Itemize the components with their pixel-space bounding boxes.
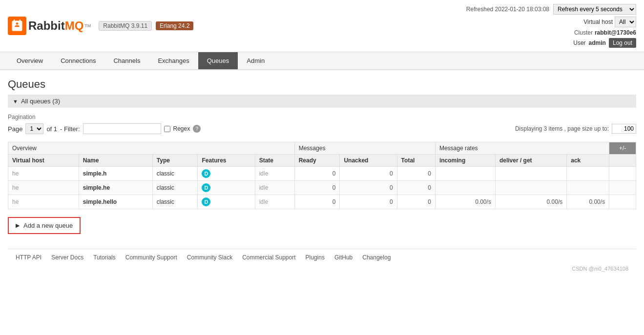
- group-header-row: Overview Messages Message rates +/-: [8, 142, 636, 155]
- logout-button[interactable]: Log out: [609, 38, 636, 48]
- cell-name[interactable]: simple.hello: [79, 195, 152, 209]
- displaying-text: Displaying 3 items , page size up to:: [515, 125, 609, 132]
- table-row[interactable]: he simple.he classic D idle 0 0 0: [8, 181, 636, 195]
- footer-link[interactable]: Tutorials: [93, 254, 116, 261]
- user-row: User admin Log out: [573, 38, 636, 48]
- col-extra: [609, 155, 636, 167]
- cell-state: idle: [255, 195, 294, 209]
- pagination-section: Pagination Page 1 of 1 - Filter: Regex ?…: [8, 114, 636, 134]
- version-badge: RabbitMQ 3.9.11: [99, 21, 152, 31]
- cell-ready: 0: [294, 181, 340, 195]
- group-messages-header: Messages: [294, 142, 435, 155]
- help-button[interactable]: ?: [193, 125, 201, 133]
- cell-ready: 0: [294, 167, 340, 181]
- cluster-row: Cluster rabbit@1730e6: [574, 29, 636, 36]
- add-queue-arrow-icon: ▶: [16, 222, 20, 229]
- cell-type: classic: [152, 181, 198, 195]
- cell-total: 0: [397, 195, 435, 209]
- cell-name[interactable]: simple.he: [79, 181, 152, 195]
- cluster-label: Cluster: [574, 29, 593, 36]
- cell-extra: [609, 167, 636, 181]
- cell-features: D: [198, 167, 255, 181]
- nav-admin[interactable]: Admin: [238, 52, 273, 69]
- footer-link[interactable]: Plugins: [306, 254, 325, 261]
- pagination-row: Page 1 of 1 - Filter: Regex ? Displaying…: [8, 123, 636, 134]
- cluster-name: rabbit@1730e6: [595, 29, 636, 36]
- username: admin: [589, 39, 606, 46]
- cell-name[interactable]: simple.h: [79, 167, 152, 181]
- footer-link[interactable]: HTTP API: [16, 254, 42, 261]
- erlang-badge: Erlang 24.2: [156, 21, 193, 30]
- cell-type: classic: [152, 195, 198, 209]
- top-header: RabbitMQTM RabbitMQ 3.9.11 Erlang 24.2 R…: [0, 0, 644, 52]
- nav-channels[interactable]: Channels: [104, 52, 149, 69]
- refresh-row: Refreshed 2022-01-20 18:03:08 Refresh ev…: [466, 4, 636, 15]
- logo: RabbitMQTM: [8, 17, 91, 35]
- cell-ack: [567, 181, 609, 195]
- col-name: Name: [79, 155, 152, 167]
- col-incoming: incoming: [435, 155, 495, 167]
- page-label: Page: [8, 125, 22, 133]
- footer-link[interactable]: GitHub: [334, 254, 353, 261]
- regex-label: Regex: [173, 125, 190, 132]
- queues-table: Overview Messages Message rates +/- Virt…: [8, 142, 636, 209]
- logo-rabbit-text: Rabbit: [28, 19, 65, 33]
- cell-unacked: 0: [340, 195, 397, 209]
- cell-extra: [609, 181, 636, 195]
- footer-link[interactable]: Community Slack: [187, 254, 232, 261]
- cell-state: idle: [255, 181, 294, 195]
- col-state: State: [255, 155, 294, 167]
- cell-ack: [567, 167, 609, 181]
- col-type: Type: [152, 155, 198, 167]
- page-title: Queues: [8, 78, 636, 91]
- pagination-label: Pagination: [8, 114, 636, 120]
- footer-link[interactable]: Server Docs: [51, 254, 83, 261]
- nav-connections[interactable]: Connections: [52, 52, 104, 69]
- footer-link[interactable]: Changelog: [362, 254, 391, 261]
- cell-ready: 0: [294, 195, 340, 209]
- all-queues-header[interactable]: ▼ All queues (3): [8, 95, 636, 108]
- cell-deliver-get: [495, 167, 566, 181]
- vhost-select[interactable]: All /: [615, 17, 636, 27]
- cell-total: 0: [397, 181, 435, 195]
- cell-unacked: 0: [340, 167, 397, 181]
- nav-exchanges[interactable]: Exchanges: [149, 52, 198, 69]
- refresh-select[interactable]: Refresh every 5 seconds Refresh every 10…: [553, 4, 636, 15]
- arrow-down-icon: ▼: [13, 99, 18, 104]
- filter-input[interactable]: [83, 123, 161, 134]
- table-row[interactable]: he simple.h classic D idle 0 0 0: [8, 167, 636, 181]
- plus-minus-button[interactable]: +/-: [609, 142, 636, 155]
- footer-link[interactable]: Community Support: [125, 254, 177, 261]
- refreshed-text: Refreshed 2022-01-20 18:03:08: [466, 6, 549, 13]
- rabbit-icon: [8, 17, 26, 35]
- page-size-input[interactable]: [612, 124, 636, 134]
- cell-unacked: 0: [340, 181, 397, 195]
- col-ack: ack: [567, 155, 609, 167]
- top-right: Refreshed 2022-01-20 18:03:08 Refresh ev…: [466, 4, 636, 48]
- footer-credit: CSDN @m0_47634108: [8, 266, 636, 275]
- nav-overview[interactable]: Overview: [8, 52, 52, 69]
- nav-queues[interactable]: Queues: [198, 52, 238, 69]
- cell-total: 0: [397, 167, 435, 181]
- col-ready: Ready: [294, 155, 340, 167]
- add-queue-section[interactable]: ▶ Add a new queue: [8, 217, 81, 234]
- group-rates-header: Message rates: [435, 142, 609, 155]
- cell-incoming: [435, 167, 495, 181]
- logo-tm: TM: [84, 23, 91, 28]
- page-select[interactable]: 1: [25, 123, 43, 134]
- table-row[interactable]: he simple.hello classic D idle 0 0 0 0.0…: [8, 195, 636, 209]
- cell-deliver-get: [495, 181, 566, 195]
- cell-vhost: he: [8, 181, 79, 195]
- cell-ack: 0.00/s: [567, 195, 609, 209]
- cell-deliver-get: 0.00/s: [495, 195, 566, 209]
- col-features: Features: [198, 155, 255, 167]
- regex-checkbox[interactable]: [164, 126, 170, 132]
- cell-features: D: [198, 181, 255, 195]
- logo-mq-text: MQ: [65, 19, 84, 33]
- vhost-label: Virtual host: [583, 19, 613, 25]
- cell-extra: [609, 195, 636, 209]
- vhost-row: Virtual host All /: [583, 17, 636, 27]
- add-queue-label: Add a new queue: [23, 222, 73, 229]
- footer-link[interactable]: Commercial Support: [242, 254, 295, 261]
- cell-vhost: he: [8, 195, 79, 209]
